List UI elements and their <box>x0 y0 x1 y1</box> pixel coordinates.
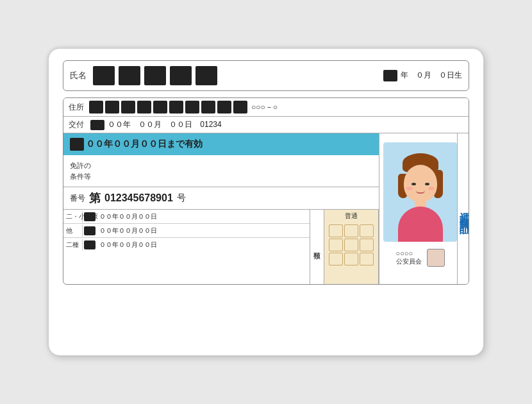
addr-b6 <box>169 101 183 114</box>
iss-b1 <box>90 120 104 130</box>
license-dai: 第 <box>89 190 101 206</box>
lt-row-3: 二種 ００年００月００日 <box>63 238 310 252</box>
seal-box <box>427 249 445 267</box>
shurui-cell-2 <box>344 224 358 237</box>
right-section: ○○○○ 公安員会 運転免許証 <box>379 133 469 284</box>
shurui-cell-3 <box>360 224 374 237</box>
lt-label-3: 二種 <box>63 239 83 251</box>
lt-block-3 <box>84 240 96 249</box>
name-block-2 <box>119 66 140 85</box>
license-go: 号 <box>177 192 186 204</box>
lt-text-1: ００年００月００日 <box>97 212 160 221</box>
public-safety-text: 公安員会 <box>396 257 422 266</box>
eye-left <box>411 183 416 185</box>
lt-block-1 <box>84 212 96 221</box>
addr-b7 <box>185 101 199 114</box>
shurui-cell-8 <box>344 253 358 265</box>
issue-text: ００年 ００月 ００日 01234 <box>89 119 222 130</box>
lt-text-3: ００年００月００日 <box>97 240 160 249</box>
addr-b9 <box>217 101 231 114</box>
conditions-line2: 条件等 <box>70 171 372 182</box>
dob-text: 年 ０月 ０日生 <box>401 71 462 80</box>
address-blocks <box>89 101 247 114</box>
photo-name-text: ○○○○ <box>396 249 422 257</box>
license-number: 012345678901 <box>104 192 173 204</box>
shurui-section: 種類 普通 <box>310 210 379 284</box>
address-label: 住所 <box>69 102 84 113</box>
name-blocks <box>93 66 376 85</box>
futsu-label: 普通 <box>326 212 376 221</box>
address-row: 住所 ○○○－○ <box>63 98 469 117</box>
eye-right <box>425 183 429 185</box>
conditions-line1: 免許の <box>70 160 372 171</box>
lt-label-2: 他 <box>63 225 83 237</box>
title-column: 運転免許証 <box>457 133 469 284</box>
photo-name: ○○○○ 公安員会 <box>396 249 422 266</box>
addr-b4 <box>137 101 151 114</box>
content-area: ００年００月００日まで有効 免許の 条件等 番号 第 012345678901 … <box>63 133 469 284</box>
lt-row-1: 二・小・原 ００年００月００日 <box>63 210 310 224</box>
conditions: 免許の 条件等 <box>63 155 379 187</box>
shurui-cell-5 <box>344 239 358 251</box>
name-block-4 <box>170 66 192 85</box>
addr-b5 <box>153 101 167 114</box>
addr-b2 <box>105 101 119 114</box>
issue-row: 交付 ００年 ００月 ００日 01234 <box>63 117 469 133</box>
cheek-right <box>428 187 435 190</box>
license-num-label: 番号 <box>70 193 85 204</box>
license-types: 二・小・原 ００年００月００日 他 ００年００月００日 二種 ００ <box>63 210 310 284</box>
lt-label-1: 二・小・原 <box>63 211 83 223</box>
license-number-row: 番号 第 012345678901 号 <box>63 187 379 209</box>
addr-b8 <box>201 101 215 114</box>
name-block-3 <box>144 66 166 85</box>
shurui-cell-7 <box>329 253 343 265</box>
main-body: 住所 ○○○－○ 交付 ００年 ００月 ００日 01234 <box>63 97 469 285</box>
validity-text: ００年００月００日まで有効 <box>86 139 203 150</box>
shurui-cell-6 <box>360 239 374 251</box>
dob-section: 年 ０月 ０日生 <box>383 70 462 81</box>
shurui-label: 種類 <box>310 210 324 284</box>
name-label: 氏名 <box>70 70 87 81</box>
lt-text-2: ００年００月００日 <box>97 226 160 235</box>
bottom-area: 二・小・原 ００年００月００日 他 ００年００月００日 二種 ００ <box>63 209 379 284</box>
val-block <box>70 138 84 151</box>
addr-b10 <box>233 101 247 114</box>
photo-area <box>383 142 457 242</box>
addr-b1 <box>89 101 103 114</box>
name-section: 氏名 年 ０月 ０日生 <box>63 60 469 91</box>
validity-bar: ００年００月００日まで有効 <box>63 133 379 155</box>
addr-b3 <box>121 101 135 114</box>
name-seal-row: ○○○○ 公安員会 <box>396 247 445 269</box>
cheek-left <box>406 187 413 190</box>
address-circles: ○○○－○ <box>251 102 278 113</box>
shurui-cell-1 <box>329 224 343 237</box>
lt-row-2: 他 ００年００月００日 <box>63 224 310 238</box>
title-vertical: 運転免許証 <box>458 203 469 215</box>
dob-block <box>383 70 397 81</box>
name-block-5 <box>195 66 217 85</box>
name-block-1 <box>93 66 115 85</box>
shurui-grid <box>326 222 376 282</box>
issue-label: 交付 <box>69 119 84 130</box>
lt-block-2 <box>84 226 96 235</box>
shurui-cell-9 <box>360 253 374 265</box>
person-shirt <box>398 206 443 242</box>
shurui-cell-4 <box>329 239 343 251</box>
photo-column: ○○○○ 公安員会 <box>379 133 457 284</box>
left-content: ００年００月００日まで有効 免許の 条件等 番号 第 012345678901 … <box>63 133 379 284</box>
license-card: 氏名 年 ０月 ０日生 住所 <box>48 48 484 356</box>
